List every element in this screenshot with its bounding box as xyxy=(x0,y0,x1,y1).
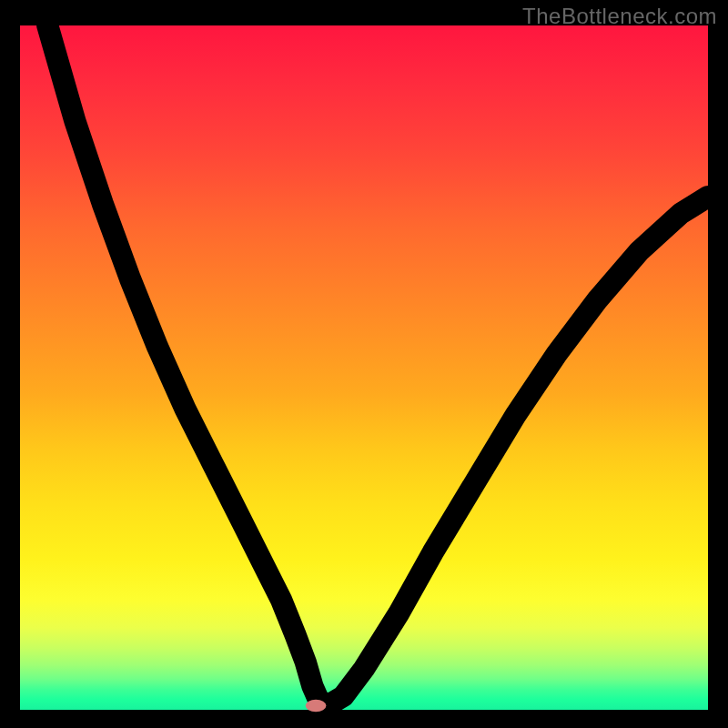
curve-svg xyxy=(20,25,708,710)
plot-area xyxy=(20,25,708,710)
optimum-marker xyxy=(306,700,327,713)
chart-frame: TheBottleneck.com xyxy=(0,0,728,728)
bottleneck-curve xyxy=(47,25,708,704)
